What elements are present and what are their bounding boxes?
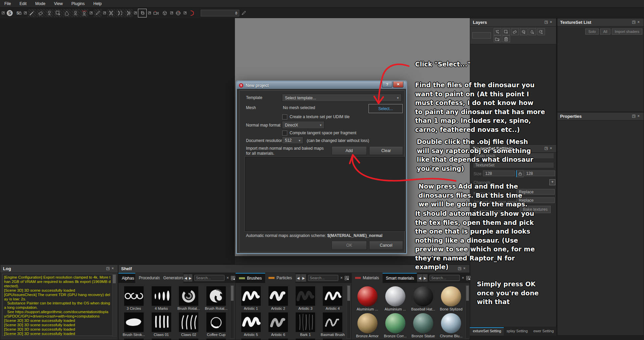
materials-item[interactable]: Bronze Corr...	[381, 312, 409, 339]
ok-button[interactable]: OK	[332, 241, 367, 250]
popup-icon[interactable]	[183, 9, 187, 17]
popout-icon[interactable]: ◳	[544, 20, 550, 24]
brushes-item[interactable]: Artistic 5	[237, 311, 264, 337]
next-tab-icon[interactable]: ▶	[301, 274, 306, 282]
brushes-search-input[interactable]	[308, 275, 338, 281]
close-icon[interactable]: ×	[550, 146, 554, 150]
import-shaders-button[interactable]: Import shaders	[612, 29, 642, 35]
dialog-help-button[interactable]: ?	[382, 82, 392, 88]
mask-half-icon[interactable]	[125, 9, 133, 17]
alphas-item[interactable]: Claws 01	[148, 311, 175, 337]
tab-alphas[interactable]: Alphas	[118, 273, 135, 283]
alphas-scrollbar[interactable]	[230, 285, 234, 339]
popout-icon[interactable]: ◳	[544, 146, 550, 150]
add-maps-button[interactable]: Add	[332, 146, 367, 155]
alphas-item[interactable]: 4 Marks	[148, 285, 175, 311]
next-tab-icon[interactable]: ▶	[423, 274, 428, 282]
alphas-item[interactable]: Coffee Cup	[202, 311, 230, 337]
add-fill-effect-icon[interactable]	[502, 28, 510, 35]
alphas-item[interactable]: 3 Circles	[120, 285, 148, 311]
clear-maps-button[interactable]: Clear	[369, 146, 403, 155]
layer-filter-field[interactable]	[472, 32, 491, 39]
popup-icon[interactable]	[102, 9, 106, 17]
add-adjustment-icon[interactable]	[537, 28, 545, 35]
tab-smart-materials[interactable]: Smart materials	[383, 273, 417, 283]
tangent-checkbox[interactable]	[282, 131, 287, 136]
tab-brushes[interactable]: Brushes	[236, 273, 265, 283]
materials-item[interactable]	[381, 339, 409, 340]
alphas-item[interactable]	[148, 337, 175, 340]
clone-stamp-source-icon[interactable]	[80, 9, 88, 17]
brushes-scrollbar[interactable]	[347, 285, 351, 339]
tab-particles[interactable]: Particles	[265, 273, 295, 283]
brushes-item[interactable]: Bark 1	[292, 311, 319, 337]
popout-icon[interactable]: ◳	[632, 20, 637, 24]
materials-item[interactable]	[409, 339, 437, 340]
add-folder-icon[interactable]	[494, 35, 501, 42]
alphas-item[interactable]: Claws 02	[175, 311, 203, 337]
tab-procedurals[interactable]: Procedurals	[135, 273, 160, 283]
materials-item[interactable]: Bronze Armor	[353, 312, 381, 339]
add-channel-button[interactable]: +	[549, 179, 555, 185]
cancel-button[interactable]: Cancel	[369, 241, 403, 250]
eraser-icon[interactable]	[37, 9, 45, 17]
materials-item[interactable]: Aluminium ...	[353, 285, 381, 312]
menu-item-mode[interactable]: Mode	[31, 0, 50, 7]
mask-close-icon[interactable]	[116, 9, 124, 17]
imported-maps-list[interactable]	[245, 157, 405, 231]
brushes-item[interactable]: Artistic 4	[319, 285, 346, 311]
polygon-fill-icon[interactable]	[54, 9, 62, 17]
brushes-item[interactable]	[292, 337, 319, 340]
clear-search-icon[interactable]: ×	[462, 276, 464, 280]
next-tab-icon[interactable]: ▶	[188, 274, 192, 282]
shelf-lock-icon[interactable]: S	[14, 9, 22, 17]
all-button[interactable]: All	[600, 29, 610, 35]
popup-icon[interactable]	[169, 9, 174, 17]
brushes-item[interactable]: Artistic 1	[237, 285, 264, 311]
materials-item[interactable]	[353, 339, 381, 340]
paint-brush-icon[interactable]	[28, 9, 36, 17]
grid-view-icon[interactable]	[466, 276, 470, 280]
udim-checkbox[interactable]	[282, 114, 287, 119]
popup-icon[interactable]	[1, 9, 5, 17]
menu-item-help[interactable]: Help	[89, 0, 106, 7]
alphas-item[interactable]: Brush Strok...	[120, 311, 148, 337]
materials-scrollbar[interactable]	[465, 285, 469, 339]
close-icon[interactable]: ×	[550, 20, 554, 24]
grid-view-icon[interactable]	[231, 276, 235, 280]
popout-icon[interactable]: ◳	[632, 114, 637, 118]
brushes-item[interactable]: Basmati Brush	[319, 311, 346, 337]
brushes-item[interactable]	[237, 337, 264, 340]
camera-projection-icon[interactable]	[152, 9, 160, 17]
eraser-tool-icon[interactable]	[511, 28, 519, 35]
tab-materials[interactable]: Materials	[352, 273, 383, 283]
dock-tab-splay-setting[interactable]: splay Setting	[504, 327, 531, 336]
brushes-item[interactable]: Artistic 6	[264, 311, 292, 337]
log-scrollbar[interactable]	[112, 274, 116, 337]
brushes-item[interactable]: Artistic 2	[264, 285, 292, 311]
alphas-item[interactable]	[120, 337, 148, 340]
substance-logo-icon[interactable]: S	[6, 9, 14, 17]
normal-format-dropdown[interactable]: DirectX▾	[282, 121, 325, 129]
projection-icon[interactable]	[45, 9, 53, 17]
dialog-close-button[interactable]: ✕	[393, 82, 403, 88]
add-effect-icon[interactable]	[494, 28, 501, 35]
close-icon[interactable]: ×	[112, 266, 116, 270]
smudge-icon[interactable]	[63, 9, 71, 17]
dock-tab-ewer-setting[interactable]: ewer Setting	[530, 327, 556, 336]
prev-tab-icon[interactable]: ◀	[417, 274, 422, 282]
alphas-item[interactable]: Brush Rotat...	[202, 285, 230, 311]
popup-icon[interactable]	[89, 9, 93, 17]
brushes-item[interactable]: Artistic 3	[292, 285, 319, 311]
falloff-value-field[interactable]: 8	[201, 10, 239, 16]
materials-item[interactable]: Bronze Statue	[409, 312, 437, 339]
pencil-icon[interactable]	[94, 9, 102, 17]
mask-open-icon[interactable]	[107, 9, 115, 17]
alphas-search-input[interactable]	[194, 275, 225, 281]
dialog-titlebar[interactable]: S New project ? ✕	[237, 82, 406, 89]
add-fill-layer-icon[interactable]	[529, 28, 536, 35]
materials-item[interactable]: Chrome Blu...	[437, 312, 465, 339]
close-icon[interactable]: ×	[638, 20, 642, 24]
brushes-item[interactable]	[264, 337, 292, 340]
uv-tile-icon[interactable]	[138, 9, 147, 17]
